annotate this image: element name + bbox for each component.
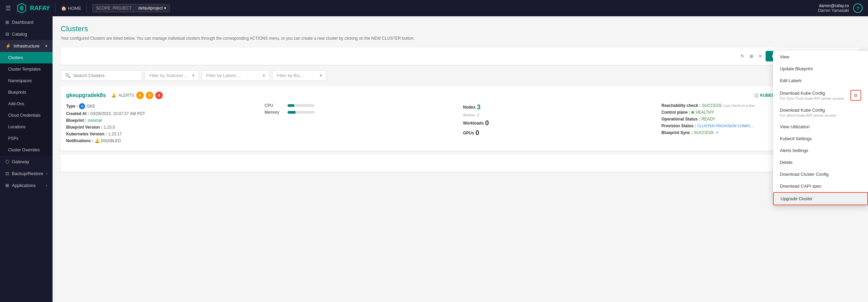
home-button[interactable]: 🏠 HOME bbox=[61, 6, 81, 11]
search-input-wrapper[interactable]: 🔍 bbox=[61, 70, 142, 81]
k8s-version-row: Kubernetes Version : 1.23.17 bbox=[66, 132, 259, 136]
logo-text: RAFAY bbox=[30, 5, 50, 12]
alerts-badge: 🔔 ALERTS 0 0 0 bbox=[111, 92, 162, 99]
topbar-divider-2 bbox=[86, 3, 87, 13]
workloads-row: Workloads 0 bbox=[463, 119, 656, 127]
cluster-header: gkeupgradek8s 🔔 ALERTS 0 0 0 ⬜ KUBECTL bbox=[66, 92, 854, 99]
gke-badge: G bbox=[79, 103, 85, 109]
chevron-right-icon-2: › bbox=[46, 184, 47, 187]
dropdown-item-download-kube-config-zero-trust[interactable]: Download Kube Config For Zero Trust Kube… bbox=[773, 87, 868, 104]
grid-view-button[interactable]: ⊞ bbox=[748, 52, 755, 60]
sidebar-item-namespaces[interactable]: Namespaces bbox=[0, 75, 53, 87]
pagination: ‹ › bbox=[61, 155, 860, 172]
chevron-down-icon-status: ▾ bbox=[192, 73, 195, 78]
chevron-down-icon-labels: ▾ bbox=[263, 73, 265, 78]
refresh-button[interactable]: ↻ bbox=[739, 52, 746, 60]
sidebar-item-dashboard[interactable]: ⊞ Dashboard bbox=[0, 16, 53, 28]
sidebar-item-cluster-templates[interactable]: Cluster Templates bbox=[0, 63, 53, 75]
dashboard-icon: ⊞ bbox=[5, 20, 9, 25]
provision-status[interactable]: CLUSTER PROVISION COMPL... bbox=[697, 124, 754, 128]
topbar-right: darren@rafay.co Darren Yamasaki ? bbox=[818, 3, 863, 13]
sidebar-item-blueprints[interactable]: Blueprints bbox=[0, 87, 53, 98]
cluster-info-col2: CPU Memory bbox=[264, 103, 457, 145]
sidebar-item-infrastructure[interactable]: ⚡ Infrastructure ▾ bbox=[0, 40, 53, 52]
dropdown-item-update-blueprint[interactable]: Update Blueprint bbox=[773, 63, 868, 75]
sidebar-item-gateway[interactable]: ⬡ Gateway bbox=[0, 156, 53, 168]
dropdown-item-download-cluster-config[interactable]: Download Cluster Config bbox=[773, 168, 868, 180]
health-dot bbox=[691, 111, 694, 114]
sidebar-item-cloud-credentials[interactable]: Cloud Credentials bbox=[0, 110, 53, 121]
scope-label: SCOPE: PROJECT bbox=[93, 4, 135, 12]
gear-icon-button[interactable]: ⚙ bbox=[850, 90, 861, 101]
blueprint-version-row: Blueprint Version : 1.23.0 bbox=[66, 125, 259, 130]
hamburger-icon[interactable]: ☰ bbox=[5, 4, 11, 12]
scope-selector[interactable]: SCOPE: PROJECT defaultproject ▾ bbox=[92, 4, 170, 12]
external-link-icon[interactable]: ↗ bbox=[715, 130, 718, 135]
gpus-count: 0 bbox=[475, 129, 479, 137]
sidebar-item-cluster-overrides[interactable]: Cluster Overrides bbox=[0, 144, 53, 156]
status-filter[interactable]: Filter by Statuses ... ▾ bbox=[145, 70, 199, 81]
help-icon[interactable]: ? bbox=[853, 3, 863, 13]
nodes-count: 3 bbox=[477, 103, 480, 111]
dropdown-item-download-capi-spec[interactable]: Download CAPI spec bbox=[773, 180, 868, 192]
content-area: Clusters Your configured Clusters are li… bbox=[53, 16, 868, 302]
filters-bar: 🔍 Filter by Statuses ... ▾ Filter by Lab… bbox=[61, 70, 860, 81]
catalog-icon: ⊟ bbox=[5, 32, 9, 37]
alert-count-3: 0 bbox=[155, 92, 163, 99]
sidebar-item-applications[interactable]: ⊞ Applications › bbox=[0, 180, 53, 191]
sidebar-item-backup-restore[interactable]: ⊡ Backup/Restore › bbox=[0, 168, 53, 180]
logo: RAFAY bbox=[16, 3, 50, 14]
cluster-info-col3: Nodes 3 Worker: 3 Workloads 0 GPUs 0 bbox=[463, 103, 656, 145]
nodes-row: Nodes 3 bbox=[463, 103, 656, 111]
dropdown-item-edit-labels[interactable]: Edit Labels bbox=[773, 75, 868, 87]
infrastructure-icon: ⚡ bbox=[5, 43, 11, 49]
topbar: ☰ RAFAY 🏠 HOME SCOPE: PROJECT defaultpro… bbox=[0, 0, 868, 16]
main-layout: ⊞ Dashboard ⊟ Catalog ⚡ Infrastructure ▾… bbox=[0, 16, 868, 302]
memory-progress-fill bbox=[288, 111, 296, 114]
dropdown-item-upgrade-cluster[interactable]: Upgrade Cluster bbox=[773, 192, 868, 205]
user-email: darren@rafay.co bbox=[819, 3, 849, 8]
dropdown-item-alerts-settings[interactable]: Alerts Settings bbox=[773, 145, 868, 156]
backup-icon: ⊡ bbox=[5, 171, 9, 176]
blueprint-filter[interactable]: Filter by Blu... ▾ bbox=[272, 70, 327, 81]
notifications-row: Notifications : 🔔 DISABLED bbox=[66, 138, 259, 143]
user-name: Darren Yamasaki bbox=[818, 8, 849, 13]
alert-count-2: 0 bbox=[146, 92, 153, 99]
cluster-name[interactable]: gkeupgradek8s bbox=[66, 92, 106, 98]
cluster-info-col1: Type : G GKE Created At : 03/29/2023, 10… bbox=[66, 103, 259, 145]
search-icon: 🔍 bbox=[65, 73, 71, 78]
gateway-icon: ⬡ bbox=[5, 159, 9, 164]
labels-filter[interactable]: Filter by Labels ... ▾ bbox=[202, 70, 270, 81]
dropdown-item-delete[interactable]: Delete bbox=[773, 156, 868, 168]
alert-bell-icon: 🔔 bbox=[111, 93, 116, 98]
actions-dropdown-menu: View Update Blueprint Edit Labels Downlo… bbox=[773, 51, 868, 205]
sidebar-item-locations[interactable]: Locations bbox=[0, 121, 53, 133]
kubectl-icon: ⬜ bbox=[754, 93, 759, 98]
cpu-progress-bar bbox=[288, 104, 315, 107]
type-row: Type : G GKE bbox=[66, 103, 259, 109]
blueprint-sync-status: SUCCESS bbox=[694, 130, 714, 135]
sidebar-item-psps[interactable]: PSPs bbox=[0, 133, 53, 144]
dropdown-item-view[interactable]: View bbox=[773, 51, 868, 63]
cpu-progress-fill bbox=[288, 104, 294, 107]
sidebar-item-clusters[interactable]: Clusters bbox=[0, 52, 53, 63]
sidebar-sub-infrastructure: Clusters Cluster Templates Namespaces Bl… bbox=[0, 52, 53, 156]
page-title: Clusters bbox=[61, 24, 860, 33]
applications-icon: ⊞ bbox=[5, 183, 9, 188]
gpus-row: GPUs 0 bbox=[463, 129, 656, 137]
search-input[interactable] bbox=[73, 73, 138, 78]
sidebar-item-add-ons[interactable]: Add-Ons bbox=[0, 98, 53, 110]
dropdown-item-download-kube-config-direct[interactable]: Download Kube Config For direct Kube API… bbox=[773, 104, 868, 121]
worker-row: Worker: 3 bbox=[463, 113, 656, 117]
reachability-status: SUCCESS bbox=[702, 103, 722, 108]
alert-count-1: 0 bbox=[136, 92, 144, 99]
scope-value[interactable]: defaultproject ▾ bbox=[135, 4, 170, 12]
cpu-row: CPU bbox=[264, 103, 457, 108]
list-view-button[interactable]: ≡ bbox=[757, 52, 763, 60]
toolbar: ↻ ⊞ ≡ ⬇ Download Kubeconfig + Cluster bbox=[61, 48, 860, 65]
chevron-down-icon-blueprint: ▾ bbox=[320, 73, 322, 78]
blueprint-link[interactable]: minimal bbox=[88, 118, 102, 123]
sidebar-item-catalog[interactable]: ⊟ Catalog bbox=[0, 28, 53, 40]
dropdown-item-view-utilization[interactable]: View Utilization bbox=[773, 121, 868, 133]
dropdown-item-kubectl-settings[interactable]: Kubectl Settings bbox=[773, 133, 868, 145]
